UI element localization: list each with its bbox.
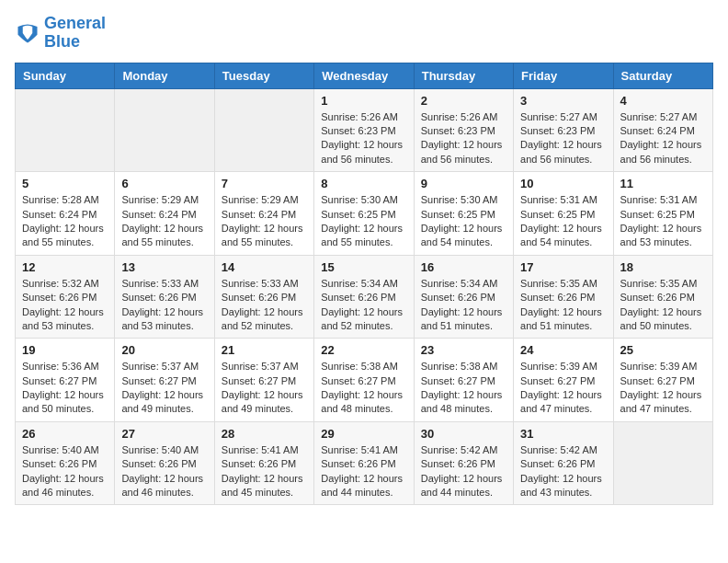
calendar-cell: 14Sunrise: 5:33 AMSunset: 6:26 PMDayligh… xyxy=(214,255,313,339)
calendar-cell: 29Sunrise: 5:41 AMSunset: 6:26 PMDayligh… xyxy=(314,421,414,505)
calendar-cell: 15Sunrise: 5:34 AMSunset: 6:26 PMDayligh… xyxy=(314,255,414,339)
calendar-cell: 6Sunrise: 5:29 AMSunset: 6:24 PMDaylight… xyxy=(115,172,214,256)
day-number: 28 xyxy=(222,427,307,441)
weekday-header-saturday: Saturday xyxy=(613,63,712,88)
calendar-cell: 8Sunrise: 5:30 AMSunset: 6:25 PMDaylight… xyxy=(314,172,414,256)
day-info: Sunrise: 5:26 AMSunset: 6:23 PMDaylight:… xyxy=(421,110,506,167)
day-info: Sunrise: 5:42 AMSunset: 6:26 PMDaylight:… xyxy=(520,443,606,500)
day-info: Sunrise: 5:37 AMSunset: 6:27 PMDaylight:… xyxy=(222,360,307,417)
day-info: Sunrise: 5:42 AMSunset: 6:26 PMDaylight:… xyxy=(421,443,506,500)
weekday-header-tuesday: Tuesday xyxy=(214,63,313,88)
calendar-cell: 13Sunrise: 5:33 AMSunset: 6:26 PMDayligh… xyxy=(115,255,214,339)
day-info: Sunrise: 5:29 AMSunset: 6:24 PMDaylight:… xyxy=(121,193,207,250)
logo-icon xyxy=(15,20,40,46)
logo: General Blue xyxy=(15,15,106,52)
day-number: 30 xyxy=(421,427,506,441)
weekday-header-monday: Monday xyxy=(115,63,214,88)
calendar-cell: 4Sunrise: 5:27 AMSunset: 6:24 PMDaylight… xyxy=(613,88,712,172)
calendar-cell: 18Sunrise: 5:35 AMSunset: 6:26 PMDayligh… xyxy=(613,255,712,339)
weekday-header-friday: Friday xyxy=(514,63,613,88)
calendar-cell: 3Sunrise: 5:27 AMSunset: 6:23 PMDaylight… xyxy=(514,88,613,172)
day-number: 18 xyxy=(620,260,706,274)
week-row-4: 19Sunrise: 5:36 AMSunset: 6:27 PMDayligh… xyxy=(16,339,713,422)
day-number: 3 xyxy=(520,94,606,108)
day-info: Sunrise: 5:39 AMSunset: 6:27 PMDaylight:… xyxy=(620,360,706,417)
weekday-header-row: SundayMondayTuesdayWednesdayThursdayFrid… xyxy=(16,63,713,88)
day-info: Sunrise: 5:32 AMSunset: 6:26 PMDaylight:… xyxy=(22,277,108,334)
day-info: Sunrise: 5:37 AMSunset: 6:27 PMDaylight:… xyxy=(121,360,207,417)
day-info: Sunrise: 5:33 AMSunset: 6:26 PMDaylight:… xyxy=(222,277,307,334)
day-number: 15 xyxy=(321,260,406,274)
day-info: Sunrise: 5:35 AMSunset: 6:26 PMDaylight:… xyxy=(620,277,706,334)
day-number: 6 xyxy=(121,177,207,190)
calendar-cell: 20Sunrise: 5:37 AMSunset: 6:27 PMDayligh… xyxy=(115,339,214,422)
day-number: 27 xyxy=(121,427,207,441)
day-info: Sunrise: 5:39 AMSunset: 6:27 PMDaylight:… xyxy=(520,360,606,417)
day-number: 4 xyxy=(620,94,706,108)
weekday-header-thursday: Thursday xyxy=(414,63,513,88)
calendar-table: SundayMondayTuesdayWednesdayThursdayFrid… xyxy=(15,63,713,506)
calendar-cell: 27Sunrise: 5:40 AMSunset: 6:26 PMDayligh… xyxy=(115,421,214,505)
calendar-cell: 25Sunrise: 5:39 AMSunset: 6:27 PMDayligh… xyxy=(613,339,712,422)
day-number: 17 xyxy=(520,260,606,274)
day-number: 5 xyxy=(22,177,108,190)
day-info: Sunrise: 5:35 AMSunset: 6:26 PMDaylight:… xyxy=(520,277,606,334)
day-info: Sunrise: 5:38 AMSunset: 6:27 PMDaylight:… xyxy=(421,360,506,417)
logo-text: General Blue xyxy=(44,15,106,52)
calendar-cell: 5Sunrise: 5:28 AMSunset: 6:24 PMDaylight… xyxy=(16,172,115,256)
day-info: Sunrise: 5:29 AMSunset: 6:24 PMDaylight:… xyxy=(222,193,307,250)
day-number: 25 xyxy=(620,343,706,357)
week-row-2: 5Sunrise: 5:28 AMSunset: 6:24 PMDaylight… xyxy=(16,172,713,256)
day-info: Sunrise: 5:30 AMSunset: 6:25 PMDaylight:… xyxy=(421,193,506,250)
day-info: Sunrise: 5:33 AMSunset: 6:26 PMDaylight:… xyxy=(121,277,207,334)
day-number: 22 xyxy=(321,343,406,357)
day-number: 1 xyxy=(321,94,406,108)
day-info: Sunrise: 5:36 AMSunset: 6:27 PMDaylight:… xyxy=(22,360,108,417)
calendar-cell: 24Sunrise: 5:39 AMSunset: 6:27 PMDayligh… xyxy=(514,339,613,422)
day-number: 12 xyxy=(22,260,108,274)
day-number: 20 xyxy=(121,343,207,357)
day-number: 19 xyxy=(22,343,108,357)
calendar-cell: 9Sunrise: 5:30 AMSunset: 6:25 PMDaylight… xyxy=(414,172,513,256)
week-row-5: 26Sunrise: 5:40 AMSunset: 6:26 PMDayligh… xyxy=(16,421,713,505)
week-row-1: 1Sunrise: 5:26 AMSunset: 6:23 PMDaylight… xyxy=(16,88,713,172)
calendar-cell: 22Sunrise: 5:38 AMSunset: 6:27 PMDayligh… xyxy=(314,339,414,422)
day-number: 14 xyxy=(222,260,307,274)
calendar-cell: 23Sunrise: 5:38 AMSunset: 6:27 PMDayligh… xyxy=(414,339,513,422)
day-number: 23 xyxy=(421,343,506,357)
calendar-cell: 7Sunrise: 5:29 AMSunset: 6:24 PMDaylight… xyxy=(214,172,313,256)
day-info: Sunrise: 5:27 AMSunset: 6:23 PMDaylight:… xyxy=(520,110,606,167)
day-info: Sunrise: 5:31 AMSunset: 6:25 PMDaylight:… xyxy=(520,193,606,250)
calendar-cell: 16Sunrise: 5:34 AMSunset: 6:26 PMDayligh… xyxy=(414,255,513,339)
calendar-cell: 12Sunrise: 5:32 AMSunset: 6:26 PMDayligh… xyxy=(16,255,115,339)
day-info: Sunrise: 5:28 AMSunset: 6:24 PMDaylight:… xyxy=(22,193,108,250)
day-info: Sunrise: 5:31 AMSunset: 6:25 PMDaylight:… xyxy=(620,193,706,250)
day-info: Sunrise: 5:26 AMSunset: 6:23 PMDaylight:… xyxy=(321,110,406,167)
day-info: Sunrise: 5:30 AMSunset: 6:25 PMDaylight:… xyxy=(321,193,406,250)
calendar-cell: 10Sunrise: 5:31 AMSunset: 6:25 PMDayligh… xyxy=(514,172,613,256)
calendar-cell: 31Sunrise: 5:42 AMSunset: 6:26 PMDayligh… xyxy=(514,421,613,505)
calendar-cell: 26Sunrise: 5:40 AMSunset: 6:26 PMDayligh… xyxy=(16,421,115,505)
day-info: Sunrise: 5:34 AMSunset: 6:26 PMDaylight:… xyxy=(421,277,506,334)
calendar-cell xyxy=(16,88,115,172)
weekday-header-wednesday: Wednesday xyxy=(314,63,414,88)
day-number: 11 xyxy=(620,177,706,190)
day-number: 24 xyxy=(520,343,606,357)
day-info: Sunrise: 5:34 AMSunset: 6:26 PMDaylight:… xyxy=(321,277,406,334)
calendar-cell: 19Sunrise: 5:36 AMSunset: 6:27 PMDayligh… xyxy=(16,339,115,422)
day-number: 10 xyxy=(520,177,606,190)
day-number: 9 xyxy=(421,177,506,190)
day-number: 8 xyxy=(321,177,406,190)
day-info: Sunrise: 5:40 AMSunset: 6:26 PMDaylight:… xyxy=(121,443,207,500)
day-info: Sunrise: 5:41 AMSunset: 6:26 PMDaylight:… xyxy=(321,443,406,500)
day-info: Sunrise: 5:38 AMSunset: 6:27 PMDaylight:… xyxy=(321,360,406,417)
calendar-cell: 21Sunrise: 5:37 AMSunset: 6:27 PMDayligh… xyxy=(214,339,313,422)
calendar-cell xyxy=(115,88,214,172)
day-info: Sunrise: 5:41 AMSunset: 6:26 PMDaylight:… xyxy=(222,443,307,500)
day-number: 16 xyxy=(421,260,506,274)
day-number: 7 xyxy=(222,177,307,190)
calendar-cell: 17Sunrise: 5:35 AMSunset: 6:26 PMDayligh… xyxy=(514,255,613,339)
calendar-cell: 2Sunrise: 5:26 AMSunset: 6:23 PMDaylight… xyxy=(414,88,513,172)
weekday-header-sunday: Sunday xyxy=(16,63,115,88)
day-info: Sunrise: 5:27 AMSunset: 6:24 PMDaylight:… xyxy=(620,110,706,167)
